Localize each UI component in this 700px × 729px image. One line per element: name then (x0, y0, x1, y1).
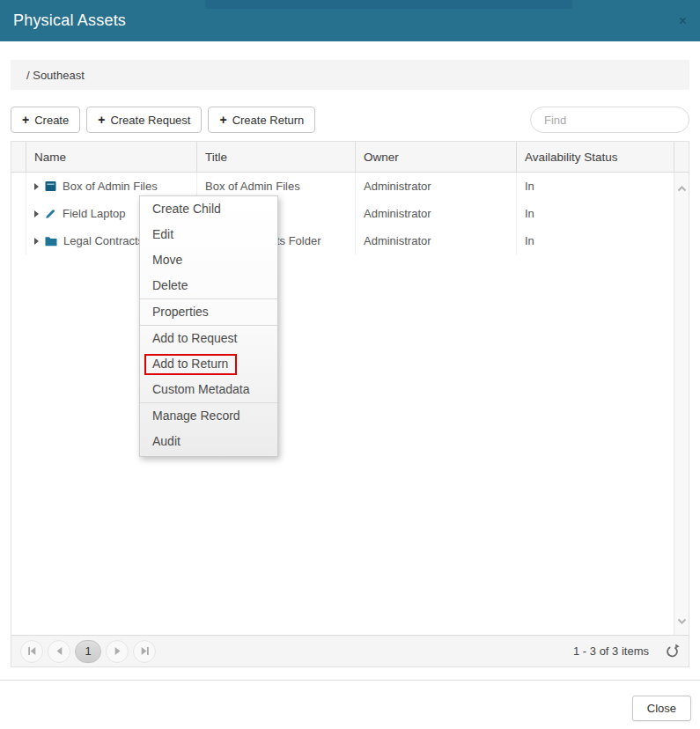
last-page-button[interactable] (133, 640, 156, 663)
close-icon[interactable]: × (679, 14, 687, 28)
menu-item-audit[interactable]: Audit (140, 429, 277, 454)
close-button[interactable]: Close (632, 696, 691, 721)
row-owner: Administrator (355, 173, 516, 200)
create-request-button[interactable]: + Create Request (86, 107, 202, 133)
menu-item-add-to-request[interactable]: Add to Request (140, 326, 277, 351)
menu-item-properties[interactable]: Properties (140, 299, 277, 325)
expand-arrow-icon[interactable] (34, 238, 39, 245)
rows-area: Box of Admin Files Box of Admin Files Ad… (11, 173, 674, 635)
row-status: In (516, 200, 674, 227)
box-icon (45, 180, 56, 192)
row-name: Field Laptop (63, 207, 126, 220)
menu-item-custom-metadata[interactable]: Custom Metadata (140, 377, 277, 402)
page-number-button[interactable]: 1 (75, 640, 101, 663)
dialog-titlebar: Physical Assets × (0, 0, 700, 41)
scrollbar-header-spacer (674, 142, 689, 172)
column-header-availability-status[interactable]: Availability Status (516, 142, 674, 172)
refresh-icon[interactable] (665, 644, 680, 659)
menu-item-manage-record[interactable]: Manage Record (140, 403, 277, 429)
next-page-button[interactable] (106, 640, 129, 663)
menu-item-delete[interactable]: Delete (140, 273, 277, 298)
plus-icon: + (22, 113, 29, 127)
row-name: Box of Admin Files (63, 180, 158, 193)
row-owner: Administrator (355, 227, 516, 254)
row-owner: Administrator (355, 200, 516, 227)
grid-header-row: Name Title Owner Availability Status (11, 142, 689, 173)
dialog-title: Physical Assets (13, 11, 126, 30)
column-header-name[interactable]: Name (26, 142, 196, 172)
vertical-scrollbar[interactable] (674, 173, 689, 635)
pager-info-text: 1 - 3 of 3 items (573, 644, 649, 658)
pager: 1 1 - 3 of 3 items (11, 635, 689, 666)
titlebar-shade-artifact (205, 0, 572, 9)
breadcrumb: / Southeast (11, 60, 689, 90)
create-button[interactable]: + Create (11, 107, 80, 133)
row-status: In (516, 173, 674, 200)
menu-item-add-to-return[interactable]: Add to Return (140, 351, 277, 377)
row-status: In (516, 227, 674, 254)
menu-item-create-child[interactable]: Create Child (140, 196, 277, 222)
pencil-icon (45, 208, 56, 219)
scroll-up-icon[interactable] (677, 180, 687, 195)
red-highlight-box[interactable]: Add to Return (144, 354, 237, 375)
table-row[interactable]: Box of Admin Files Box of Admin Files Ad… (11, 173, 674, 200)
plus-icon: + (219, 113, 226, 127)
menu-item-move[interactable]: Move (140, 247, 277, 273)
expand-arrow-icon[interactable] (34, 210, 39, 217)
create-return-button[interactable]: + Create Return (208, 107, 315, 133)
table-row[interactable]: Field Laptop Field Laptop Administrator … (11, 200, 674, 227)
row-name: Legal Contracts (63, 234, 144, 247)
breadcrumb-path: / Southeast (26, 69, 85, 82)
menu-item-edit[interactable]: Edit (140, 222, 277, 247)
expand-arrow-icon[interactable] (34, 183, 39, 190)
column-header-title[interactable]: Title (196, 142, 355, 172)
grid-body: Box of Admin Files Box of Admin Files Ad… (11, 173, 689, 635)
first-page-button[interactable] (20, 640, 43, 663)
table-row[interactable]: Legal Contracts Legal Contracts Folder A… (11, 227, 674, 254)
physical-assets-dialog: Physical Assets × / Southeast + Create +… (0, 0, 700, 729)
assets-grid: Name Title Owner Availability Status Box… (11, 141, 689, 667)
plus-icon: + (98, 113, 105, 127)
toolbar: + Create + Create Request + Create Retur… (11, 107, 689, 133)
dialog-footer: Close (0, 680, 700, 721)
find-input[interactable] (530, 107, 689, 133)
folder-icon (45, 236, 57, 247)
context-menu: Create Child Edit Move Delete Properties… (139, 195, 278, 457)
scroll-down-icon[interactable] (677, 612, 687, 628)
expander-column-header (11, 142, 26, 172)
column-header-owner[interactable]: Owner (355, 142, 516, 172)
previous-page-button[interactable] (48, 640, 70, 663)
